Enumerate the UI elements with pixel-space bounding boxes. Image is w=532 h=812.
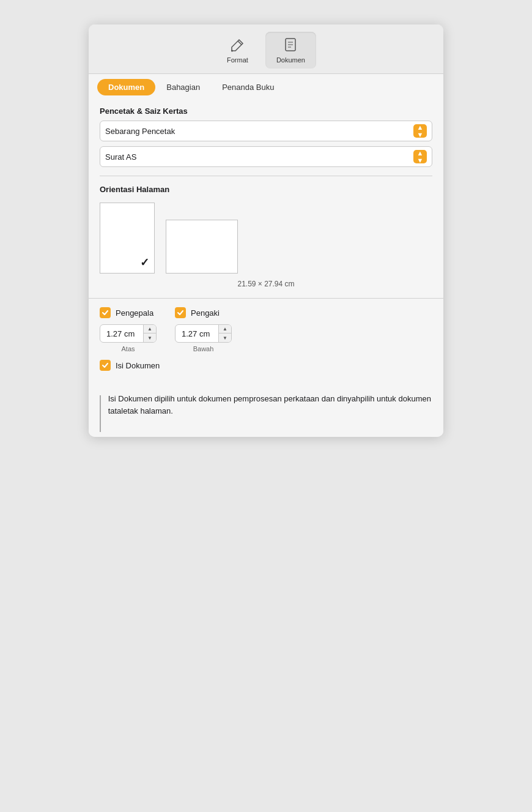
pengepala-label: Pengepala: [116, 308, 153, 318]
bottom-callout-area: Isi Dokumen dipilih untuk dokumen pempro…: [89, 386, 443, 437]
header-unit: Atas: [121, 345, 135, 352]
printer-value: Sebarang Pencetak: [105, 127, 413, 136]
printer-arrow-icon: ▲ ▼: [413, 124, 427, 138]
isi-check-row: Isi Dokumen: [100, 360, 432, 371]
portrait-option[interactable]: ✓: [100, 203, 155, 274]
footer-arrow-up[interactable]: ▲: [219, 325, 231, 333]
pengaki-check-row: Pengaki: [175, 307, 232, 318]
tab-bahagian[interactable]: Bahagian: [155, 79, 211, 95]
printer-select[interactable]: Sebarang Pencetak ▲ ▼: [100, 121, 432, 141]
svg-point-0: [231, 50, 233, 52]
pengaki-label: Pengaki: [191, 308, 220, 318]
footer-section: Pengepala 1.27 cm ▲ ▼ Atas: [89, 298, 443, 386]
content-area: Pencetak & Saiz Kertas Sebarang Pencetak…: [89, 95, 443, 298]
footer-stepper: 1.27 cm ▲ ▼ Bawah: [175, 324, 232, 352]
header-stepper: 1.27 cm ▲ ▼ Atas: [100, 324, 157, 352]
format-button[interactable]: Format: [216, 32, 259, 69]
header-input-row[interactable]: 1.27 cm ▲ ▼: [100, 324, 157, 343]
tab-penanda-buku[interactable]: Penanda Buku: [211, 79, 285, 95]
orientation-options: ✓: [100, 203, 432, 274]
tabs-row: Dokumen Bahagian Penanda Buku: [89, 74, 443, 95]
document-label: Dokumen: [276, 56, 305, 64]
orientation-size-label: 21.59 × 27.94 cm: [100, 280, 432, 288]
header-arrow-down[interactable]: ▼: [144, 333, 156, 342]
tab-dokumen[interactable]: Dokumen: [97, 79, 155, 95]
footer-stepper-arrows: ▲ ▼: [218, 325, 231, 342]
orientation-section-label: Orientasi Halaman: [100, 185, 432, 194]
header-group: Pengepala 1.27 cm ▲ ▼ Atas: [100, 307, 157, 352]
header-stepper-arrows: ▲ ▼: [143, 325, 156, 342]
landscape-box[interactable]: [166, 220, 238, 274]
portrait-box[interactable]: ✓: [100, 203, 155, 274]
paper-select[interactable]: Surat AS ▲ ▼: [100, 146, 432, 167]
header-footer-group: Pengepala 1.27 cm ▲ ▼ Atas: [100, 307, 432, 352]
pengepala-checkbox[interactable]: [100, 307, 111, 318]
footer-unit: Bawah: [193, 345, 214, 352]
footer-input-row[interactable]: 1.27 cm ▲ ▼: [175, 324, 232, 343]
pengepala-check-row: Pengepala: [100, 307, 157, 318]
header-arrow-up[interactable]: ▲: [144, 325, 156, 333]
toolbar: Format Dokumen: [89, 24, 443, 74]
format-icon: [229, 37, 246, 54]
paper-value: Surat AS: [105, 152, 413, 162]
callout-line: Isi Dokumen dipilih untuk dokumen pempro…: [100, 393, 432, 432]
paper-arrow-icon: ▲ ▼: [413, 150, 427, 163]
footer-group: Pengaki 1.27 cm ▲ ▼ Bawah: [175, 307, 232, 352]
portrait-checkmark: ✓: [140, 256, 149, 269]
callout-line-mark: [100, 395, 101, 432]
footer-value: 1.27 cm: [175, 327, 218, 341]
document-icon: [282, 37, 299, 54]
landscape-option[interactable]: [166, 220, 238, 274]
isi-label: Isi Dokumen: [116, 361, 160, 370]
format-label: Format: [227, 56, 248, 64]
document-button[interactable]: Dokumen: [265, 32, 316, 69]
header-value: 1.27 cm: [100, 327, 143, 341]
footer-arrow-down[interactable]: ▼: [219, 333, 231, 342]
main-panel: Format Dokumen Dokumen Bahagian Penanda …: [89, 24, 443, 437]
isi-checkbox[interactable]: [100, 360, 111, 371]
bottom-callout-text: Isi Dokumen dipilih untuk dokumen pempro…: [108, 393, 432, 417]
divider-1: [100, 176, 432, 176]
printer-section-label: Pencetak & Saiz Kertas: [100, 106, 432, 116]
pengaki-checkbox[interactable]: [175, 307, 186, 318]
